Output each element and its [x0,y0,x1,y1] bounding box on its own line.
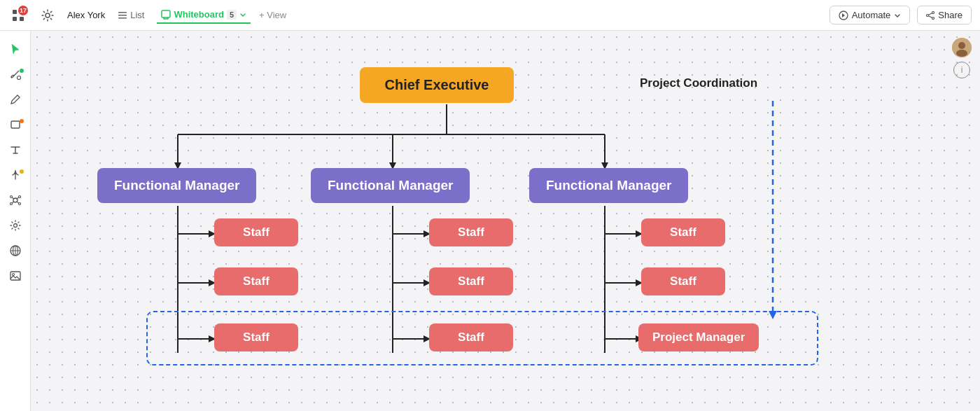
user-name: Alex York [67,10,105,20]
info-icon[interactable]: i [953,62,970,78]
staff-label-2-2: Staff [429,267,513,295]
topbar-right: Automate Share [830,6,972,25]
notification-icon[interactable]: 17 [8,6,28,25]
image-icon[interactable] [4,265,27,287]
staff-label-1-2: Staff [214,267,298,295]
staff-2-1: Staff [429,218,513,246]
project-manager-node: Project Manager [638,323,759,351]
svg-point-13 [17,76,20,80]
svg-rect-14 [11,121,20,128]
svg-point-26 [958,42,965,49]
svg-rect-5 [118,12,127,13]
info-panel: i [952,38,972,78]
svg-point-12 [932,17,934,19]
manager2-node: Functional Manager [311,168,470,203]
svg-rect-7 [118,18,127,19]
staff-2-3: Staff [429,323,513,351]
staff-label-2-3: Staff [429,323,513,351]
svg-point-24 [12,274,14,276]
project-coord-label: Project Coordination [640,76,757,90]
manager1-label: Functional Manager [97,168,256,203]
svg-point-18 [10,203,12,205]
staff-1-2: Staff [214,267,298,295]
staff-label-2-1: Staff [429,218,513,246]
svg-rect-2 [13,17,17,21]
paint-icon[interactable] [4,63,27,85]
ceo-label: Chief Executive [360,67,514,103]
svg-rect-8 [162,11,170,18]
topbar-left: 17 Alex York List Whiteboard 5 + View [8,4,818,27]
staff-3-1: Staff [641,218,725,246]
topbar: 17 Alex York List Whiteboard 5 + View Au… [0,0,980,31]
manager3-label: Functional Manager [529,168,688,203]
staff-label-3-1: Staff [641,218,725,246]
settings-icon[interactable] [36,4,59,27]
staff-2-2: Staff [429,267,513,295]
gear-icon[interactable] [4,214,27,237]
nav-whiteboard[interactable]: Whiteboard 5 [157,6,251,24]
svg-point-16 [10,196,12,198]
staff-1-3: Staff [214,323,298,351]
svg-point-4 [46,13,50,18]
manager2-label: Functional Manager [311,168,470,203]
network-icon[interactable] [4,189,27,211]
share-button[interactable]: Share [917,6,972,25]
staff-label-1-1: Staff [214,218,298,246]
svg-point-27 [956,50,967,57]
svg-marker-59 [769,311,777,319]
pencil-icon[interactable] [4,88,27,111]
globe-icon[interactable] [4,239,27,262]
svg-point-17 [18,196,20,198]
avatar [952,38,972,57]
whiteboard-canvas[interactable]: i [31,31,980,411]
ceo-node: Chief Executive [360,67,514,103]
staff-3-2: Staff [641,267,725,295]
left-sidebar [0,31,31,411]
staff-label-1-3: Staff [214,323,298,351]
svg-point-20 [13,224,17,228]
project-manager-label: Project Manager [638,323,759,351]
pen-icon[interactable] [4,164,27,186]
staff-1-1: Staff [214,218,298,246]
automate-button[interactable]: Automate [830,6,911,25]
svg-point-11 [932,11,934,13]
manager1-node: Functional Manager [97,168,256,203]
add-view-button[interactable]: + View [259,10,286,20]
staff-label-3-2: Staff [641,267,725,295]
notification-count: 17 [18,6,28,15]
nav-list[interactable]: List [113,7,148,23]
whiteboard-count: 5 [227,10,237,20]
cursor-tool-icon[interactable] [4,38,27,60]
svg-point-19 [18,203,20,205]
rectangle-icon[interactable] [4,113,27,136]
svg-rect-6 [118,15,127,16]
text-icon[interactable] [4,139,27,161]
svg-point-10 [927,14,929,16]
svg-rect-3 [20,17,24,21]
manager3-node: Functional Manager [529,168,688,203]
svg-rect-0 [13,10,17,14]
